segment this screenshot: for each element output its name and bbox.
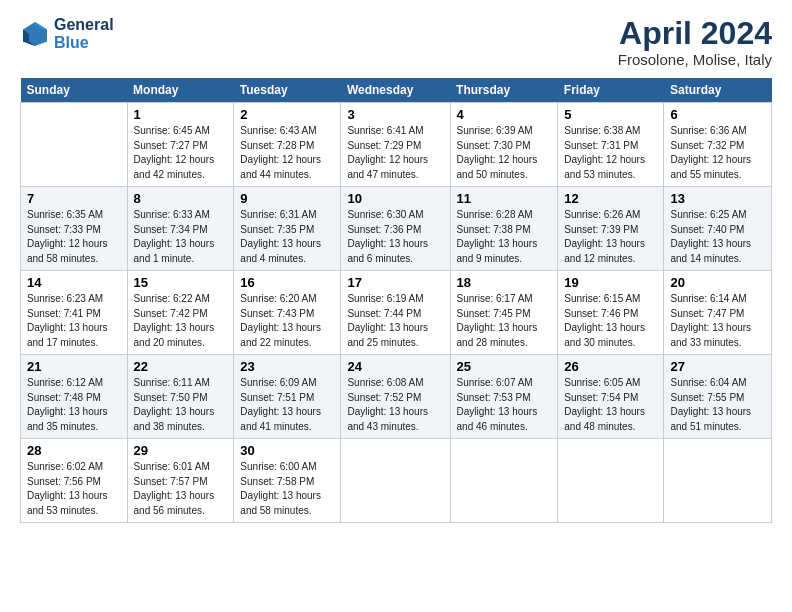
col-header-thursday: Thursday bbox=[450, 78, 558, 103]
day-number: 9 bbox=[240, 191, 334, 206]
week-row-2: 7Sunrise: 6:35 AM Sunset: 7:33 PM Daylig… bbox=[21, 187, 772, 271]
week-row-4: 21Sunrise: 6:12 AM Sunset: 7:48 PM Dayli… bbox=[21, 355, 772, 439]
day-number: 17 bbox=[347, 275, 443, 290]
day-info: Sunrise: 6:15 AM Sunset: 7:46 PM Dayligh… bbox=[564, 292, 657, 350]
calendar-cell: 23Sunrise: 6:09 AM Sunset: 7:51 PM Dayli… bbox=[234, 355, 341, 439]
calendar-cell bbox=[450, 439, 558, 523]
day-info: Sunrise: 6:26 AM Sunset: 7:39 PM Dayligh… bbox=[564, 208, 657, 266]
calendar-cell: 17Sunrise: 6:19 AM Sunset: 7:44 PM Dayli… bbox=[341, 271, 450, 355]
day-info: Sunrise: 6:14 AM Sunset: 7:47 PM Dayligh… bbox=[670, 292, 765, 350]
day-info: Sunrise: 6:38 AM Sunset: 7:31 PM Dayligh… bbox=[564, 124, 657, 182]
day-number: 26 bbox=[564, 359, 657, 374]
title-block: April 2024 Frosolone, Molise, Italy bbox=[618, 16, 772, 68]
day-info: Sunrise: 6:17 AM Sunset: 7:45 PM Dayligh… bbox=[457, 292, 552, 350]
calendar-cell: 1Sunrise: 6:45 AM Sunset: 7:27 PM Daylig… bbox=[127, 103, 234, 187]
day-number: 28 bbox=[27, 443, 121, 458]
day-number: 19 bbox=[564, 275, 657, 290]
calendar-cell: 3Sunrise: 6:41 AM Sunset: 7:29 PM Daylig… bbox=[341, 103, 450, 187]
calendar-cell: 10Sunrise: 6:30 AM Sunset: 7:36 PM Dayli… bbox=[341, 187, 450, 271]
day-info: Sunrise: 6:33 AM Sunset: 7:34 PM Dayligh… bbox=[134, 208, 228, 266]
day-number: 23 bbox=[240, 359, 334, 374]
day-info: Sunrise: 6:45 AM Sunset: 7:27 PM Dayligh… bbox=[134, 124, 228, 182]
calendar-cell: 22Sunrise: 6:11 AM Sunset: 7:50 PM Dayli… bbox=[127, 355, 234, 439]
calendar-cell: 2Sunrise: 6:43 AM Sunset: 7:28 PM Daylig… bbox=[234, 103, 341, 187]
calendar-cell: 21Sunrise: 6:12 AM Sunset: 7:48 PM Dayli… bbox=[21, 355, 128, 439]
logo-icon bbox=[20, 19, 50, 49]
calendar-cell bbox=[558, 439, 664, 523]
day-info: Sunrise: 6:01 AM Sunset: 7:57 PM Dayligh… bbox=[134, 460, 228, 518]
day-number: 12 bbox=[564, 191, 657, 206]
logo: General Blue bbox=[20, 16, 114, 51]
day-number: 24 bbox=[347, 359, 443, 374]
calendar-cell: 30Sunrise: 6:00 AM Sunset: 7:58 PM Dayli… bbox=[234, 439, 341, 523]
day-info: Sunrise: 6:23 AM Sunset: 7:41 PM Dayligh… bbox=[27, 292, 121, 350]
calendar-header-row: SundayMondayTuesdayWednesdayThursdayFrid… bbox=[21, 78, 772, 103]
day-info: Sunrise: 6:09 AM Sunset: 7:51 PM Dayligh… bbox=[240, 376, 334, 434]
week-row-5: 28Sunrise: 6:02 AM Sunset: 7:56 PM Dayli… bbox=[21, 439, 772, 523]
calendar-cell: 27Sunrise: 6:04 AM Sunset: 7:55 PM Dayli… bbox=[664, 355, 772, 439]
col-header-tuesday: Tuesday bbox=[234, 78, 341, 103]
day-number: 15 bbox=[134, 275, 228, 290]
calendar-cell: 13Sunrise: 6:25 AM Sunset: 7:40 PM Dayli… bbox=[664, 187, 772, 271]
day-number: 20 bbox=[670, 275, 765, 290]
col-header-sunday: Sunday bbox=[21, 78, 128, 103]
day-info: Sunrise: 6:41 AM Sunset: 7:29 PM Dayligh… bbox=[347, 124, 443, 182]
day-number: 10 bbox=[347, 191, 443, 206]
day-info: Sunrise: 6:25 AM Sunset: 7:40 PM Dayligh… bbox=[670, 208, 765, 266]
calendar-table: SundayMondayTuesdayWednesdayThursdayFrid… bbox=[20, 78, 772, 523]
day-info: Sunrise: 6:04 AM Sunset: 7:55 PM Dayligh… bbox=[670, 376, 765, 434]
calendar-cell: 9Sunrise: 6:31 AM Sunset: 7:35 PM Daylig… bbox=[234, 187, 341, 271]
calendar-cell: 16Sunrise: 6:20 AM Sunset: 7:43 PM Dayli… bbox=[234, 271, 341, 355]
day-info: Sunrise: 6:22 AM Sunset: 7:42 PM Dayligh… bbox=[134, 292, 228, 350]
calendar-cell: 24Sunrise: 6:08 AM Sunset: 7:52 PM Dayli… bbox=[341, 355, 450, 439]
page: General Blue April 2024 Frosolone, Molis… bbox=[0, 0, 792, 612]
day-number: 29 bbox=[134, 443, 228, 458]
day-number: 7 bbox=[27, 191, 121, 206]
day-number: 25 bbox=[457, 359, 552, 374]
logo-text: General Blue bbox=[54, 16, 114, 51]
week-row-3: 14Sunrise: 6:23 AM Sunset: 7:41 PM Dayli… bbox=[21, 271, 772, 355]
day-info: Sunrise: 6:39 AM Sunset: 7:30 PM Dayligh… bbox=[457, 124, 552, 182]
calendar-cell: 18Sunrise: 6:17 AM Sunset: 7:45 PM Dayli… bbox=[450, 271, 558, 355]
day-number: 5 bbox=[564, 107, 657, 122]
day-number: 13 bbox=[670, 191, 765, 206]
day-info: Sunrise: 6:30 AM Sunset: 7:36 PM Dayligh… bbox=[347, 208, 443, 266]
day-info: Sunrise: 6:31 AM Sunset: 7:35 PM Dayligh… bbox=[240, 208, 334, 266]
calendar-cell: 5Sunrise: 6:38 AM Sunset: 7:31 PM Daylig… bbox=[558, 103, 664, 187]
day-number: 18 bbox=[457, 275, 552, 290]
calendar-cell: 12Sunrise: 6:26 AM Sunset: 7:39 PM Dayli… bbox=[558, 187, 664, 271]
main-title: April 2024 bbox=[618, 16, 772, 51]
day-number: 8 bbox=[134, 191, 228, 206]
day-info: Sunrise: 6:08 AM Sunset: 7:52 PM Dayligh… bbox=[347, 376, 443, 434]
day-info: Sunrise: 6:36 AM Sunset: 7:32 PM Dayligh… bbox=[670, 124, 765, 182]
day-number: 6 bbox=[670, 107, 765, 122]
day-info: Sunrise: 6:19 AM Sunset: 7:44 PM Dayligh… bbox=[347, 292, 443, 350]
day-number: 4 bbox=[457, 107, 552, 122]
calendar-cell: 19Sunrise: 6:15 AM Sunset: 7:46 PM Dayli… bbox=[558, 271, 664, 355]
day-info: Sunrise: 6:28 AM Sunset: 7:38 PM Dayligh… bbox=[457, 208, 552, 266]
calendar-cell bbox=[664, 439, 772, 523]
day-number: 14 bbox=[27, 275, 121, 290]
calendar-cell: 20Sunrise: 6:14 AM Sunset: 7:47 PM Dayli… bbox=[664, 271, 772, 355]
col-header-monday: Monday bbox=[127, 78, 234, 103]
day-number: 21 bbox=[27, 359, 121, 374]
calendar-cell: 25Sunrise: 6:07 AM Sunset: 7:53 PM Dayli… bbox=[450, 355, 558, 439]
day-number: 27 bbox=[670, 359, 765, 374]
calendar-cell bbox=[341, 439, 450, 523]
day-number: 2 bbox=[240, 107, 334, 122]
header: General Blue April 2024 Frosolone, Molis… bbox=[20, 16, 772, 68]
day-info: Sunrise: 6:43 AM Sunset: 7:28 PM Dayligh… bbox=[240, 124, 334, 182]
calendar-cell: 4Sunrise: 6:39 AM Sunset: 7:30 PM Daylig… bbox=[450, 103, 558, 187]
day-info: Sunrise: 6:11 AM Sunset: 7:50 PM Dayligh… bbox=[134, 376, 228, 434]
day-number: 11 bbox=[457, 191, 552, 206]
day-number: 1 bbox=[134, 107, 228, 122]
calendar-cell bbox=[21, 103, 128, 187]
calendar-cell: 6Sunrise: 6:36 AM Sunset: 7:32 PM Daylig… bbox=[664, 103, 772, 187]
day-info: Sunrise: 6:00 AM Sunset: 7:58 PM Dayligh… bbox=[240, 460, 334, 518]
col-header-friday: Friday bbox=[558, 78, 664, 103]
day-number: 3 bbox=[347, 107, 443, 122]
day-info: Sunrise: 6:20 AM Sunset: 7:43 PM Dayligh… bbox=[240, 292, 334, 350]
subtitle: Frosolone, Molise, Italy bbox=[618, 51, 772, 68]
day-info: Sunrise: 6:05 AM Sunset: 7:54 PM Dayligh… bbox=[564, 376, 657, 434]
day-info: Sunrise: 6:02 AM Sunset: 7:56 PM Dayligh… bbox=[27, 460, 121, 518]
